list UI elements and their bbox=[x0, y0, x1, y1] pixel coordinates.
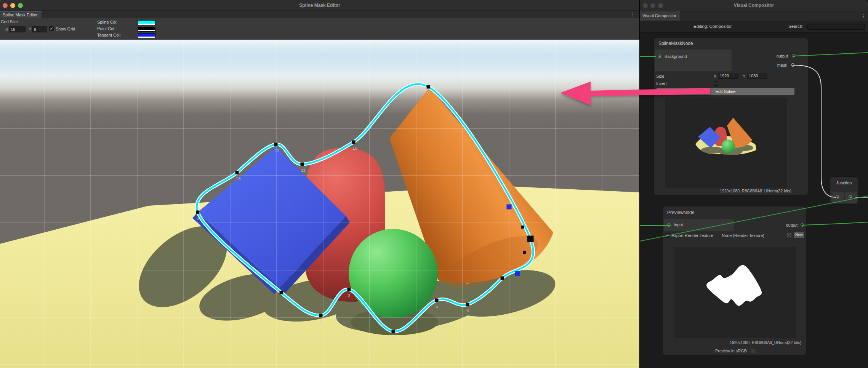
junction-input-port-icon[interactable] bbox=[836, 195, 839, 198]
grid-y-label: Y bbox=[29, 27, 31, 32]
spline-point-label-3: 3 bbox=[348, 293, 350, 298]
spline-point-9[interactable] bbox=[427, 85, 430, 89]
panel-menu-icon[interactable]: ⋮ bbox=[629, 11, 635, 17]
output-port-label: output bbox=[776, 54, 788, 58]
edit-spline-button[interactable]: Edit Spline bbox=[657, 88, 794, 95]
spline-point-4[interactable] bbox=[392, 330, 395, 333]
spline-point-label-8: 8 bbox=[529, 243, 532, 247]
spline-point-6[interactable] bbox=[466, 303, 469, 306]
scene-3d-shapes bbox=[0, 88, 639, 368]
spline-col-swatch[interactable] bbox=[138, 20, 155, 25]
panel-menu-icon[interactable]: ⋮ bbox=[861, 13, 866, 19]
show-grid-checkbox[interactable]: ✓ bbox=[49, 26, 54, 31]
invert-label: Invert bbox=[656, 81, 667, 86]
grid-x-input[interactable] bbox=[9, 26, 26, 32]
compositor-toolbar: Editing: Compositor Search: bbox=[640, 21, 868, 33]
visual-compositor-window: Visual Compositor Visual Compositor ⋮ Ed… bbox=[639, 0, 868, 368]
titlebar: Visual Compositor bbox=[640, 0, 868, 11]
spline-point-label-6: 6 bbox=[466, 308, 469, 313]
editing-label: Editing: Compositor bbox=[693, 24, 732, 29]
export-label: Export Render Texture bbox=[671, 233, 713, 238]
spline-point-label-12: 12 bbox=[275, 148, 280, 153]
tab-bar: Spline Mask Editor ⋮ bbox=[0, 11, 639, 18]
output-port-icon[interactable] bbox=[801, 223, 804, 227]
spline-point-1[interactable] bbox=[280, 291, 283, 294]
tangent-col-swatch[interactable] bbox=[138, 33, 155, 38]
spline-point-13[interactable] bbox=[235, 171, 239, 174]
new-texture-button[interactable]: New bbox=[794, 232, 804, 238]
spline-point-12[interactable] bbox=[274, 143, 278, 146]
point-col-label: Point Col: bbox=[97, 26, 115, 31]
mask-thumb-svg bbox=[674, 247, 796, 338]
spline-point-10[interactable] bbox=[352, 141, 356, 144]
node-title: Junction bbox=[830, 181, 858, 185]
mini-scene bbox=[665, 98, 787, 188]
preview-caption: 1920x1080, R8G8B8A8_UNorm(32 bits) bbox=[730, 340, 801, 345]
node-title: PreviewNode bbox=[667, 210, 694, 215]
grid-y-input[interactable] bbox=[32, 26, 47, 32]
size-y-input[interactable] bbox=[747, 73, 767, 79]
object-picker-icon[interactable] bbox=[787, 233, 791, 237]
preview-caption: 1920x1080, R8G8B8A8_UNorm(32 bits) bbox=[720, 189, 791, 193]
spline-point-label-2: 2 bbox=[320, 319, 322, 324]
spline-point-5[interactable] bbox=[435, 299, 439, 302]
spline-point-label-4: 4 bbox=[392, 335, 395, 340]
spline-point-label-11: 11 bbox=[301, 168, 306, 173]
spline-point-2[interactable] bbox=[319, 314, 323, 317]
spline-point-8[interactable] bbox=[527, 236, 534, 242]
background-preview-thumbnail bbox=[665, 98, 787, 188]
toolbar: Grid Size X Y ✓ Show Grid Spline Col: Po… bbox=[0, 18, 639, 40]
tab-spline-mask-editor[interactable]: Spline Mask Editor bbox=[0, 11, 42, 18]
input-port-label: Background bbox=[665, 54, 687, 59]
tangent-handle-1[interactable] bbox=[515, 271, 520, 276]
input-port-icon[interactable] bbox=[658, 54, 661, 58]
show-grid-label: Show Grid bbox=[56, 27, 75, 31]
size-label: Size bbox=[656, 74, 664, 78]
scene-svg: 0234568910111213 bbox=[0, 40, 639, 368]
junction-out-cell[interactable] bbox=[845, 192, 857, 203]
node-preview[interactable]: PreviewNode Input output ✓ Export Render… bbox=[663, 206, 806, 355]
tab-visual-compositor[interactable]: Visual Compositor bbox=[640, 11, 680, 21]
export-checkbox[interactable]: ✓ bbox=[665, 233, 669, 238]
size-x-input[interactable] bbox=[718, 73, 738, 79]
size-x-label: X bbox=[714, 74, 716, 78]
spline-point-label-13: 13 bbox=[236, 176, 241, 181]
tab-bar: Visual Compositor ⋮ bbox=[640, 11, 868, 21]
tangent-dot-1[interactable] bbox=[523, 251, 526, 254]
tangent-handle-0[interactable] bbox=[507, 205, 512, 210]
node-junction[interactable]: Junction bbox=[830, 176, 858, 205]
window-title: Visual Compositor bbox=[640, 3, 868, 8]
spline-point-7[interactable] bbox=[501, 277, 504, 280]
spline-point-label-9: 9 bbox=[427, 91, 429, 95]
spline-point-label-5: 5 bbox=[436, 304, 438, 309]
input-port-label: Input bbox=[674, 222, 683, 227]
output-port-label: output bbox=[786, 223, 798, 227]
spline-point-11[interactable] bbox=[301, 163, 304, 166]
input-port-icon[interactable] bbox=[667, 223, 671, 227]
render-texture-field[interactable]: None (Render Texture) bbox=[722, 233, 764, 238]
tangent-dot-0[interactable] bbox=[521, 226, 524, 229]
node-title: SplineMaskNode bbox=[658, 41, 693, 46]
output-port-icon[interactable] bbox=[792, 54, 795, 58]
scene-viewport[interactable]: 0234568910111213 bbox=[0, 40, 639, 368]
mask-port-icon[interactable] bbox=[791, 63, 794, 67]
srgb-label: Preview in sRGB bbox=[715, 349, 747, 353]
node-spline-mask[interactable]: SplineMaskNode Background output mask Si… bbox=[653, 38, 808, 195]
invert-checkbox[interactable] bbox=[714, 81, 718, 86]
input-port-cell[interactable]: Input bbox=[664, 219, 734, 231]
junction-output-port-icon[interactable] bbox=[849, 195, 852, 198]
size-y-label: Y bbox=[743, 74, 745, 78]
grid-size-label: Grid Size bbox=[1, 19, 18, 24]
titlebar: Spline Mask Editor bbox=[0, 0, 639, 11]
search-input[interactable] bbox=[807, 24, 865, 30]
spline-point-0[interactable] bbox=[196, 211, 200, 214]
search-label: Search: bbox=[788, 24, 804, 29]
input-port-cell[interactable]: Background bbox=[655, 50, 732, 71]
spline-col-label: Spline Col: bbox=[97, 20, 117, 24]
srgb-checkbox[interactable] bbox=[751, 349, 755, 353]
green-sphere bbox=[349, 229, 438, 318]
window-title: Spline Mask Editor bbox=[0, 3, 639, 8]
point-col-swatch[interactable] bbox=[138, 27, 155, 32]
spline-point-3[interactable] bbox=[348, 288, 351, 291]
junction-in-cell[interactable] bbox=[831, 192, 844, 203]
